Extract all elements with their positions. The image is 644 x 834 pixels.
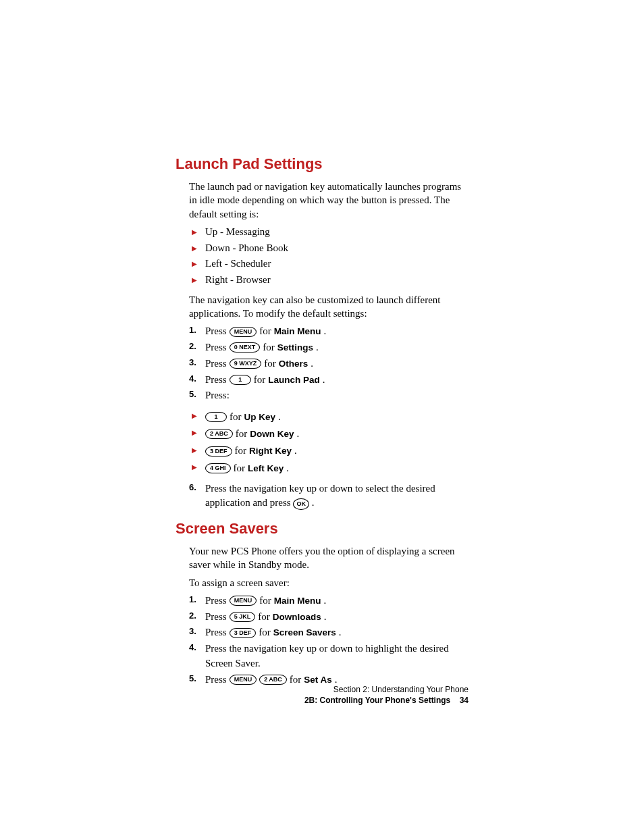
step-text: for <box>290 673 302 687</box>
step-text: for <box>258 610 270 625</box>
step-text: for <box>259 594 271 608</box>
three-key-icon: 3 DEF <box>230 628 257 638</box>
step-text: Press: <box>205 390 230 400</box>
step-item: Press MENU for Main Menu. <box>189 324 468 339</box>
heading-screen-savers: Screen Savers <box>176 520 468 538</box>
step-text: for <box>230 410 242 425</box>
page-footer: Section 2: Understanding Your Phone 2B: … <box>304 684 468 706</box>
nine-key-icon: 9 WXYZ <box>230 359 262 369</box>
step-text: for <box>259 625 271 640</box>
step-text: Press <box>205 673 227 687</box>
one-key-icon: 1 <box>205 412 227 422</box>
step-text: Press the navigation key up or down to h… <box>205 643 449 669</box>
launch-steps-list: Press MENU for Main Menu. Press 0 NEXT f… <box>189 324 468 403</box>
list-item: 4 GHI for Left Key. <box>189 460 468 475</box>
screen-steps-list: Press MENU for Main Menu. Press 5 JKL fo… <box>189 594 468 687</box>
custom-intro-paragraph: The navigation key can also be customize… <box>189 293 468 321</box>
step-target: Main Menu <box>274 594 321 608</box>
step-text: Press <box>205 340 227 355</box>
step-target: Downloads <box>273 610 321 624</box>
step-text: for <box>264 357 276 371</box>
document-page: Launch Pad Settings The launch pad or na… <box>0 0 644 834</box>
menu-key-icon: MENU <box>230 596 257 606</box>
four-key-icon: 4 GHI <box>205 463 231 473</box>
two-key-icon: 2 ABC <box>205 429 233 439</box>
step-text: Press <box>205 324 227 339</box>
step-target: Main Menu <box>274 325 321 338</box>
step-target: Launch Pad <box>268 373 320 387</box>
step-target: Up Key <box>244 411 276 424</box>
section-launch-body: The launch pad or navigation key automat… <box>189 180 468 511</box>
list-item: Left - Scheduler <box>189 257 468 271</box>
step-target: Right Key <box>249 444 292 458</box>
step-item: Press 3 DEF for Screen Savers. <box>189 625 468 640</box>
step-text: for <box>259 324 271 339</box>
direction-key-list: 1 for Up Key. 2 ABC for Down Key. 3 DEF … <box>189 409 468 476</box>
step-item: Press the navigation key up or down to s… <box>189 481 468 511</box>
screen-intro-paragraph: Your new PCS Phone offers you the option… <box>189 544 468 572</box>
list-item: Right - Browser <box>189 273 468 288</box>
step-text: Press the navigation key up or down to s… <box>205 483 435 509</box>
footer-subsection-label: 2B: Controlling Your Phone's Settings <box>304 696 450 705</box>
step-item: Press: <box>189 388 468 403</box>
launch-intro-paragraph: The launch pad or navigation key automat… <box>189 180 468 221</box>
list-item: 3 DEF for Right Key. <box>189 443 468 459</box>
section-screen-body: Your new PCS Phone offers you the option… <box>189 544 468 687</box>
five-key-icon: 5 JKL <box>230 612 256 622</box>
step-text: for <box>234 461 246 476</box>
step-text: for <box>235 444 247 459</box>
step-target: Settings <box>277 341 313 355</box>
step-text: for <box>236 427 248 442</box>
list-item: 1 for Up Key. <box>189 409 468 424</box>
step-item: Press 5 JKL for Downloads. <box>189 610 468 625</box>
step-target: Screen Savers <box>273 626 336 640</box>
zero-key-icon: 0 NEXT <box>230 342 261 353</box>
step-text: Press <box>205 357 227 371</box>
default-directions-list: Up - Messaging Down - Phone Book Left - … <box>189 225 468 288</box>
step-target: Others <box>279 357 308 371</box>
step-item: Press 1 for Launch Pad. <box>189 373 468 388</box>
step-text: for <box>254 373 266 388</box>
step-text: . <box>312 497 315 508</box>
step-text: Press <box>205 625 227 640</box>
two-key-icon: 2 ABC <box>259 675 287 685</box>
step-text: Press <box>205 373 227 388</box>
page-number: 34 <box>460 695 468 706</box>
one-key-icon: 1 <box>230 375 251 385</box>
step-text: Press <box>205 610 227 625</box>
list-item: Down - Phone Book <box>189 241 468 256</box>
list-item: 2 ABC for Down Key. <box>189 425 468 441</box>
three-key-icon: 3 DEF <box>205 446 232 457</box>
menu-key-icon: MENU <box>230 675 257 685</box>
step-text: for <box>263 340 275 355</box>
step-text: Press <box>205 594 227 608</box>
heading-launch-pad: Launch Pad Settings <box>176 155 468 173</box>
step-item: Press 0 NEXT for Settings. <box>189 340 468 355</box>
screen-assign-intro: To assign a screen saver: <box>189 576 468 590</box>
list-item: Up - Messaging <box>189 225 468 240</box>
menu-key-icon: MENU <box>230 327 257 337</box>
launch-steps-continued: Press the navigation key up or down to s… <box>189 481 468 511</box>
step-item: Press 9 WXYZ for Others. <box>189 357 468 371</box>
ok-key-icon: OK <box>293 498 309 510</box>
footer-section-label: Section 2: Understanding Your Phone <box>304 684 468 695</box>
step-target: Down Key <box>250 427 294 441</box>
step-item: Press the navigation key up or down to h… <box>189 642 468 671</box>
step-item: Press MENU for Main Menu. <box>189 594 468 608</box>
step-target: Left Key <box>248 462 284 475</box>
